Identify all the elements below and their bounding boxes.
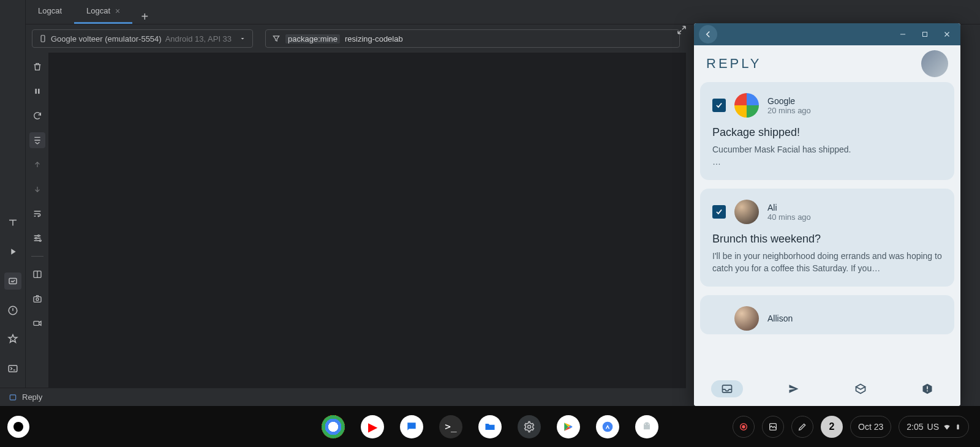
logcat-filter-input[interactable]: package:mine resizing-codelab [265,29,680,48]
os-taskbar: ▶ >_ 2 Oct 23 2:05 US [0,406,980,447]
tray-time: 2:05 [907,422,923,432]
mail-card[interactable]: Google 20 mins ago Package shipped! Cucu… [700,82,954,180]
device-api: Android 13, API 33 [165,34,232,43]
mail-preview: Cucumber Mask Facial has shipped. … [712,144,942,168]
mail-list[interactable]: Google 20 mins ago Package shipped! Cucu… [694,82,960,372]
mail-card[interactable]: Ali 40 mins ago Brunch this weekend? I'l… [700,189,954,287]
files-icon[interactable] [478,415,502,438]
screen-record-icon[interactable] [733,416,755,438]
tray-date: Oct 23 [858,422,883,432]
scroll-end-icon[interactable] [29,132,45,148]
nav-drafts[interactable] [827,372,894,406]
youtube-icon[interactable]: ▶ [361,415,384,438]
tray-kbd: US [927,422,939,432]
play-store-icon[interactable] [557,415,580,438]
pinned-apps: ▶ >_ [322,415,658,438]
terminal-app-icon[interactable]: >_ [439,415,462,438]
app-bottom-nav [694,372,960,406]
screenshot-tray-icon[interactable] [762,416,784,438]
close-button[interactable] [938,26,956,43]
pen-icon[interactable] [791,416,813,438]
battery-icon [955,422,961,432]
logcat-filter-row: Google volteer (emulator-5554) Android 1… [26,24,686,53]
minimize-button[interactable] [894,26,911,43]
svg-point-14 [36,298,39,301]
svg-rect-16 [10,394,15,399]
terminal-icon[interactable] [4,360,21,377]
trash-icon[interactable] [29,59,45,75]
messages-icon[interactable] [400,415,423,438]
settings-icon[interactable] [518,415,541,438]
logcat-tool-icon[interactable] [4,272,21,290]
user-avatar[interactable] [921,50,948,77]
svg-rect-17 [923,32,927,37]
nav-sent[interactable] [761,372,827,406]
tab-logcat-1[interactable]: Logcat × [74,0,132,24]
soft-wrap-icon[interactable] [29,206,45,222]
tab-label: Logcat [38,6,62,15]
svg-rect-13 [34,297,41,302]
mail-time: 40 mins ago [767,212,811,222]
close-icon[interactable]: × [115,6,120,16]
app-header: REPLY [694,45,960,82]
ide-side-rail [0,0,26,406]
mail-from: Allison [767,314,793,323]
problems-icon[interactable] [4,302,21,319]
checkbox[interactable] [712,99,726,112]
app-titlebar [694,23,960,45]
add-tab-button[interactable]: + [132,10,157,24]
system-tray: 2 Oct 23 2:05 US [733,416,969,438]
settings-sliders-icon[interactable] [29,230,45,246]
mail-time: 20 mins ago [767,106,811,115]
svg-point-22 [648,424,649,425]
up-icon[interactable] [29,157,45,173]
ide-status-bar: Reply [0,388,686,406]
back-button[interactable] [699,25,717,43]
mail-preview: I'll be in your neighborhood doing erran… [712,250,942,274]
device-selector[interactable]: Google volteer (emulator-5554) Android 1… [32,29,253,48]
tab-label: Logcat [86,6,110,15]
checkbox[interactable] [712,205,726,219]
profiler-icon[interactable] [4,331,21,348]
device-icon [39,34,47,43]
split-icon[interactable] [29,266,45,282]
svg-rect-0 [9,278,17,284]
android-icon[interactable] [635,415,658,438]
pause-icon[interactable] [29,83,45,99]
logcat-tabs: Logcat Logcat × + [26,0,980,24]
svg-rect-27 [957,424,959,424]
run-icon[interactable] [4,244,21,261]
restart-icon[interactable] [29,108,45,124]
svg-rect-6 [41,36,45,42]
date-pill[interactable]: Oct 23 [850,416,891,438]
svg-point-9 [37,235,39,237]
svg-rect-15 [34,321,39,326]
launcher-button[interactable] [7,416,29,438]
svg-point-19 [528,425,531,428]
text-tool-icon[interactable] [4,214,21,231]
log-output-area[interactable] [49,53,686,388]
nav-spam[interactable] [894,372,960,406]
svg-point-24 [742,426,745,428]
filter-icon [272,34,281,43]
sender-avatar [734,93,759,118]
logcat-tool-column [26,53,49,388]
snap-expand-icon[interactable] [676,24,687,36]
notifications-badge[interactable]: 2 [821,416,843,438]
svg-rect-8 [38,89,39,94]
screenshot-icon[interactable] [29,291,45,307]
status-pill[interactable]: 2:05 US [899,416,969,438]
filter-text: resizing-codelab [345,34,403,43]
svg-point-11 [39,240,41,242]
nav-inbox[interactable] [694,372,761,406]
mail-card[interactable]: Allison [700,295,954,334]
device-name: Google volteer (emulator-5554) [51,34,162,43]
maximize-button[interactable] [916,26,933,43]
android-studio-icon[interactable] [596,415,619,438]
down-icon[interactable] [29,181,45,197]
chrome-icon[interactable] [322,415,345,438]
tab-logcat-0[interactable]: Logcat [26,0,74,24]
svg-rect-2 [9,365,17,372]
record-icon[interactable] [29,315,45,331]
sender-avatar [734,306,759,331]
